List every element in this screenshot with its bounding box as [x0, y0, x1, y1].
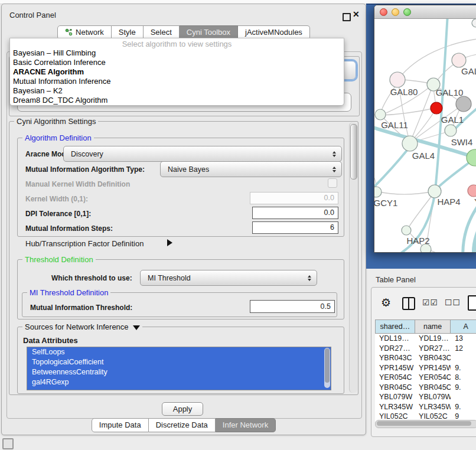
deselect-all-checks-icon[interactable]: ☐☐ [445, 298, 461, 307]
algorithm-option-basic-correlation-inference[interactable]: Basic Correlation Inference [10, 58, 344, 67]
network-graph: GAL80GALGAL10GAL1GAL11SWI4GAL4GCY1HAP4YH… [374, 19, 476, 252]
close-icon[interactable]: ✕ [353, 9, 360, 19]
table-cell: YBL079W [415, 393, 451, 401]
column-header-a[interactable]: A [451, 319, 476, 334]
network-node[interactable] [456, 96, 471, 112]
close-traffic-light-icon[interactable] [380, 8, 387, 16]
attributes-scrollbar-thumb[interactable] [325, 348, 330, 383]
hub-definition-label[interactable]: Hub/Transcription Factor Definition [25, 239, 144, 248]
attribute-item-topologicalcoefficient[interactable]: TopologicalCoefficient [27, 357, 331, 367]
network-canvas[interactable]: GAL80GALGAL10GAL1GAL11SWI4GAL4GCY1HAP4YH… [374, 19, 476, 252]
network-node-y[interactable] [468, 185, 476, 197]
network-edge-thick[interactable] [474, 214, 476, 252]
minimize-traffic-light-icon[interactable] [392, 8, 399, 16]
node-label-gal1: GAL1 [441, 115, 464, 125]
sources-title: Sources for Network Inference [25, 322, 129, 331]
network-node[interactable] [472, 19, 476, 27]
zoom-traffic-light-icon[interactable] [403, 8, 411, 16]
column-header-name[interactable]: name [415, 319, 451, 334]
algorithm-option-bayesian-k2[interactable]: Bayesian – K2 [10, 86, 344, 96]
settings-vertical-scrollbar[interactable] [349, 122, 357, 393]
table-cell: YER054C [415, 373, 451, 381]
table-row[interactable]: YDR27…YDR27…12 [375, 344, 476, 354]
network-node-gcy1[interactable] [374, 187, 382, 197]
tab-label: Style [119, 28, 136, 37]
node-label-swi4: SWI4 [451, 137, 473, 147]
apply-button[interactable]: Apply [162, 402, 203, 416]
expand-right-icon[interactable] [167, 239, 172, 246]
network-node-gal11[interactable] [375, 109, 386, 120]
table-row[interactable]: YBR045CYBR045C9. [375, 383, 476, 393]
table-row[interactable]: YBR043CYBR043C [375, 353, 476, 363]
attribute-item-selfloops[interactable]: SelfLoops [27, 347, 331, 357]
network-view-window: GAL80GALGAL10GAL1GAL11SWI4GAL4GCY1HAP4YH… [374, 5, 476, 253]
dpi-tolerance-field[interactable]: 0.0 [252, 207, 338, 219]
attribute-item-betweennesscentrality[interactable]: BetweennessCentrality [27, 367, 331, 377]
float-window-icon[interactable] [343, 13, 351, 21]
table-cell: YBR045C [375, 383, 415, 392]
algorithm-option-bayesian-hill-climbing[interactable]: Bayesian – Hill Climbing [10, 48, 344, 58]
algorithm-option-aracne-algorithm[interactable]: ARACNE Algorithm [10, 67, 344, 77]
tab-infer-network[interactable]: Infer Network [216, 418, 276, 432]
network-node-gal4[interactable] [402, 136, 418, 151]
stepper-icon [330, 151, 339, 157]
table-cell: 9. [451, 364, 476, 372]
algorithm-option-mutual-information-inference[interactable]: Mutual Information Inference [10, 77, 344, 86]
network-node-gal1[interactable] [431, 102, 442, 114]
sources-title-wrap[interactable]: Sources for Network Inference [22, 322, 142, 331]
table-row[interactable]: YPR145WYPR145W9. [375, 363, 476, 373]
algorithm-option-dream8-dc-tdc-algorithm[interactable]: Dream8 DC_TDC Algorithm [10, 96, 344, 105]
attributes-scrollbar[interactable] [324, 348, 330, 388]
mi-threshold-field[interactable]: 0.5 [250, 300, 335, 313]
table-cell: YBR043C [415, 354, 451, 362]
table-row[interactable]: YER054CYER054C8. [375, 373, 476, 383]
table-row[interactable]: YBL079WYBL079W [375, 392, 476, 402]
mi-type-value: Naive Bayes [161, 165, 330, 174]
mi-steps-field[interactable]: 6 [252, 221, 338, 234]
settings-scrollbar-thumb[interactable] [350, 124, 357, 180]
network-node-swi4[interactable] [445, 125, 457, 136]
table-cell: 9. [451, 403, 476, 411]
network-node-hap4[interactable] [428, 185, 441, 198]
collapse-down-icon[interactable] [133, 325, 140, 330]
table-row[interactable]: YDL19…YDL19…13 [375, 334, 476, 344]
network-icon [65, 28, 73, 36]
stepper-icon [305, 275, 314, 281]
collapsed-panel-icon[interactable] [2, 438, 14, 449]
tab-impute-data[interactable]: Impute Data [92, 418, 149, 432]
table-cell: YDR27… [415, 344, 451, 353]
network-node-gal[interactable] [452, 53, 466, 67]
table-row[interactable]: YLR345WYLR345W9. [375, 402, 476, 412]
manual-kernel-checkbox[interactable] [328, 178, 337, 188]
which-threshold-combobox[interactable]: MI Threshold [140, 270, 317, 286]
table-horizontal-scrollbar[interactable] [375, 420, 476, 428]
network-edge-thick[interactable] [374, 145, 411, 191]
data-attributes-list[interactable]: SelfLoopsTopologicalCoefficientBetweenne… [27, 347, 331, 390]
network-node-gal80[interactable] [390, 72, 405, 87]
table-scrollbar-thumb[interactable] [377, 421, 471, 426]
tab-label: Cyni Toolbox [187, 28, 230, 37]
table-cell: YLR345W [375, 403, 415, 411]
document-icon[interactable] [468, 295, 476, 311]
node-label-gal10: GAL10 [436, 87, 464, 97]
select-all-checks-icon[interactable]: ☑☑ [422, 298, 438, 307]
node-label-gal4: GAL4 [412, 151, 435, 161]
table-cell: YDL19… [415, 334, 451, 343]
screen: Control Panel ✕ NetworkStyleSelectCyni T… [0, 0, 476, 450]
column-header-shared-[interactable]: shared… [375, 319, 415, 334]
data-attributes-label: Data Attributes [23, 336, 78, 345]
attribute-item-gal4rgexp[interactable]: gal4RGexp [27, 377, 331, 387]
gear-icon[interactable]: ⚙ [381, 296, 391, 309]
network-window-titlebar[interactable] [374, 5, 476, 19]
cyni-algorithm-settings-title: Cyni Algorithm Settings [14, 117, 98, 126]
network-edge[interactable] [376, 191, 434, 194]
aracne-mode-value: Discovery [64, 150, 330, 158]
network-node-hap2[interactable] [402, 226, 411, 235]
columns-icon[interactable] [402, 297, 415, 310]
table-cell: 13 [451, 334, 476, 343]
tab-discretize-data[interactable]: Discretize Data [149, 418, 216, 432]
stepper-icon [330, 167, 339, 172]
aracne-mode-combobox[interactable]: Discovery [63, 146, 342, 162]
mi-type-combobox[interactable]: Naive Bayes [160, 161, 342, 177]
kernel-width-label: Kernel Width (0,1): [25, 195, 88, 203]
